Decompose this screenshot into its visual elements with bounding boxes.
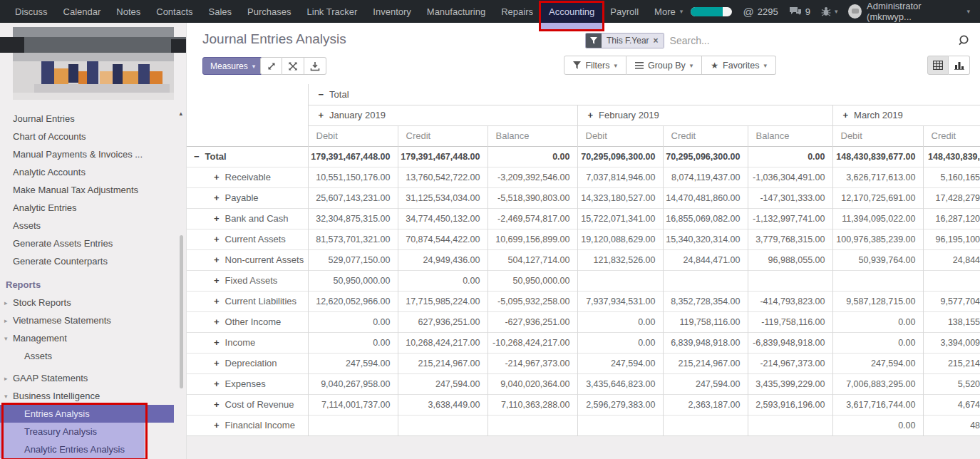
pivot-measure-header-credit[interactable]: Credit (398, 125, 488, 146)
topbar-item-manufacturing[interactable]: Manufacturing (419, 0, 493, 23)
sidebar-item-gaap-statements[interactable]: ▸GAAP Statements (0, 369, 186, 387)
expand-icon: + (214, 378, 220, 389)
scroll-up-icon[interactable]: ▴ (179, 110, 182, 117)
topbar-item-accounting[interactable]: Accounting (541, 0, 602, 23)
pivot-cell: 0.00 (748, 146, 832, 167)
pivot-measure-header-debit[interactable]: Debit (577, 125, 663, 146)
favorites-button[interactable]: ★ Favorites ▾ (702, 56, 776, 75)
topbar-item-discuss[interactable]: Discuss (7, 0, 56, 23)
sidebar-item-assets[interactable]: Assets (0, 217, 186, 234)
topbar-item-repairs[interactable]: Repairs (493, 0, 541, 23)
sidebar-item-journal-entries[interactable]: Journal Entries (0, 110, 186, 128)
sidebar-item-vietnamese-statements[interactable]: ▸Vietnamese Statements (0, 311, 186, 329)
pivot-measure-header-balance[interactable]: Balance (488, 125, 577, 146)
topbar-item-purchases[interactable]: Purchases (239, 0, 299, 23)
usage-progress-bar[interactable] (691, 7, 732, 16)
pivot-row-header[interactable]: +Receivable (187, 167, 308, 187)
sidebar-item-analytic-accounts[interactable]: Analytic Accounts (0, 163, 186, 181)
download-button[interactable] (304, 57, 326, 75)
pivot-cell (663, 270, 748, 291)
sidebar-item-management[interactable]: ▾Management (0, 329, 186, 347)
pivot-cell: -5,095,932,258.00 (488, 291, 577, 311)
topbar-item-label: Calendar (63, 6, 101, 17)
flip-axis-button[interactable] (282, 57, 304, 75)
pivot-row-header[interactable]: +Financial Income (187, 415, 308, 435)
pivot-cell: 0.00 (488, 146, 577, 167)
pivot-measure-header-credit[interactable]: Credit (923, 125, 980, 146)
pivot-row-header[interactable]: +Expenses (187, 373, 308, 394)
topbar-item-sales[interactable]: Sales (201, 0, 240, 23)
pivot-row-header[interactable]: +Fixed Assets (187, 270, 308, 291)
sidebar-item-stock-reports[interactable]: ▸Stock Reports (0, 294, 186, 311)
pivot-row-header[interactable]: −Total (187, 146, 308, 167)
sidebar-item-analytic-entries-analysis[interactable]: Analytic Entries Analysis (0, 440, 145, 458)
filters-button[interactable]: Filters ▾ (564, 56, 626, 75)
measures-button[interactable]: Measures ▾ (202, 57, 263, 75)
pivot-row-header[interactable]: +Payable (187, 187, 308, 208)
user-menu[interactable]: Administrator (mknwyp... ▾ (848, 1, 970, 22)
pivot-row-header[interactable]: +Bank and Cash (187, 208, 308, 229)
pivot-col-group-january-2019[interactable]: +January 2019 (308, 105, 577, 125)
download-icon (310, 61, 320, 71)
pivot-col-group-february-2019[interactable]: +February 2019 (577, 105, 832, 125)
sidebar-item-generate-assets-entries[interactable]: Generate Assets Entries (0, 234, 186, 252)
pivot-measure-header-balance[interactable]: Balance (748, 125, 832, 146)
topbar-item-payroll[interactable]: Payroll (602, 0, 646, 23)
pivot-measure-header-credit[interactable]: Credit (663, 125, 748, 146)
sidebar-item-generate-counterparts[interactable]: Generate Counterparts (0, 252, 186, 270)
topbar-item-inventory[interactable]: Inventory (365, 0, 418, 23)
pivot-cell: 247,594.00 (308, 353, 398, 373)
topbar-item-calendar[interactable]: Calendar (56, 0, 109, 23)
sidebar-item-manual-payments-invoices[interactable]: Manual Payments & Invoices ... (0, 145, 186, 163)
mentions-counter[interactable]: @ 2295 (743, 6, 778, 18)
sidebar-scrollbar-thumb[interactable] (180, 235, 183, 388)
pivot-cell: 0.00 (308, 311, 398, 332)
pivot-row-header[interactable]: +Non-current Assets (187, 249, 308, 270)
pivot-cell: 148,430,839,677.00 (832, 146, 923, 167)
topbar-item-link-tracker[interactable]: Link Tracker (299, 0, 366, 23)
pivot-row-header[interactable]: +Income (187, 332, 308, 353)
search-facet[interactable]: This F.Year × (585, 33, 664, 48)
messages-counter[interactable]: 9 (789, 6, 810, 17)
topbar-item-contacts[interactable]: Contacts (148, 0, 200, 23)
sidebar-item-business-intelligence[interactable]: ▾Business Intelligence (0, 387, 186, 405)
pivot-cell: -3,209,392,546.00 (488, 167, 577, 187)
pivot-cell: 81,573,701,321.00 (308, 229, 398, 249)
pivot-row-header[interactable]: +Current Liabilities (187, 291, 308, 311)
expand-icon: + (214, 358, 220, 368)
remove-facet-icon[interactable]: × (654, 36, 659, 46)
topbar-item-notes[interactable]: Notes (108, 0, 148, 23)
graph-view-button[interactable] (949, 56, 970, 75)
measures-label: Measures (210, 61, 248, 71)
pivot-row-header[interactable]: +Depreciation (187, 353, 308, 373)
topbar-item-more[interactable]: More▾ (646, 0, 691, 23)
pivot-row-header[interactable]: +Other Income (187, 311, 308, 332)
pivot-col-group-march-2019[interactable]: +March 2019 (832, 105, 980, 125)
pivot-cell: 0.00 (577, 311, 663, 332)
group-by-button[interactable]: Group By ▾ (626, 56, 702, 75)
pivot-row-header[interactable]: +Cost of Revenue (187, 394, 308, 415)
sidebar-item-make-manual-tax-adjustments[interactable]: Make Manual Tax Adjustments (0, 181, 186, 199)
search-input[interactable] (664, 35, 954, 46)
pivot-cell: 70,295,096,300.00 (577, 146, 663, 167)
pivot-measure-header-debit[interactable]: Debit (832, 125, 923, 146)
topbar-nav: DiscussCalendarNotesContactsSalesPurchas… (0, 0, 691, 23)
pivot-cell (748, 270, 832, 291)
search-icon[interactable] (957, 34, 970, 47)
sidebar-item-assets[interactable]: Assets (0, 347, 186, 365)
sidebar-item-chart-of-accounts[interactable]: Chart of Accounts (0, 128, 186, 145)
expand-all-button[interactable] (260, 57, 282, 75)
pivot-measure-header-debit[interactable]: Debit (308, 125, 398, 146)
sidebar-item-label: Analytic Accounts (13, 167, 86, 177)
pivot-cell: 504,127,714.00 (488, 249, 577, 270)
pivot-view-button[interactable] (927, 56, 949, 75)
debug-menu[interactable]: ▾ (821, 6, 838, 16)
pivot-cell: 7,110,363,288.00 (488, 394, 577, 415)
pivot-row-non-current-assets: +Non-current Assets529,077,150.0024,949,… (187, 249, 980, 270)
sidebar-item-treasury-analysis[interactable]: Treasury Analysis (0, 423, 145, 440)
pivot-col-total-header[interactable]: −Total (308, 84, 980, 105)
sidebar-item-analytic-entries[interactable]: Analytic Entries (0, 199, 186, 217)
pivot-row-header[interactable]: +Current Assets (187, 229, 308, 249)
pivot-row-current-assets: +Current Assets81,573,701,321.0070,874,5… (187, 229, 980, 249)
sidebar-item-entries-analysis[interactable]: Entries Analysis (0, 405, 174, 423)
